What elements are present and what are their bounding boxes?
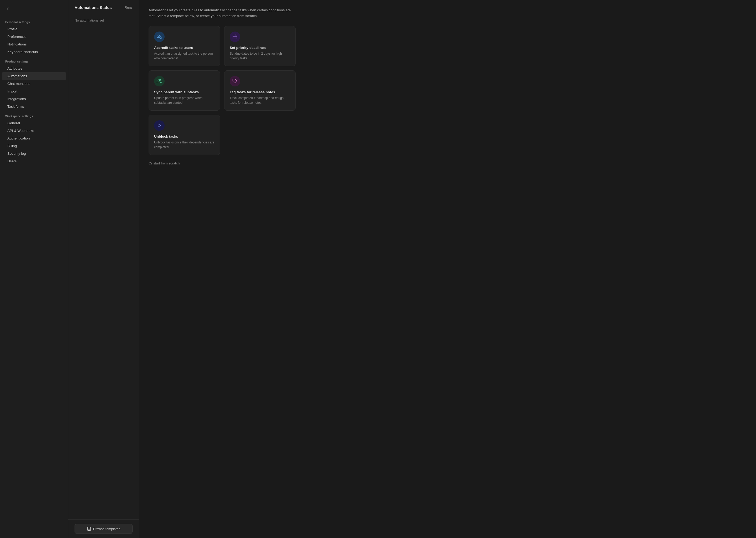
middle-content: No automations yet <box>68 13 139 519</box>
automations-title: Automations Status <box>74 5 112 10</box>
sidebar-item-profile[interactable]: Profile <box>2 25 66 33</box>
sidebar-item-preferences[interactable]: Preferences <box>2 33 66 40</box>
template-card-set-priority[interactable]: Set priority deadlines Set due dates to … <box>224 26 296 66</box>
sidebar-item-security-log[interactable]: Security log <box>2 150 66 157</box>
runs-link[interactable]: Runs <box>125 6 132 10</box>
svg-point-0 <box>158 35 160 37</box>
main-description: Automations let you create rules to auto… <box>149 7 296 19</box>
unblock-tasks-icon <box>154 120 165 131</box>
set-priority-title: Set priority deadlines <box>230 46 290 50</box>
tag-tasks-title: Tag tasks for release notes <box>230 90 290 94</box>
accredit-tasks-desc: Accredit an unassigned task to the perso… <box>154 51 214 61</box>
browse-label: Browse templates <box>93 527 120 531</box>
svg-rect-1 <box>233 35 237 39</box>
middle-footer: Browse templates <box>68 519 139 538</box>
no-automations-text: No automations yet <box>74 19 104 22</box>
sidebar-item-keyboard-shortcuts[interactable]: Keyboard shortcuts <box>2 48 66 56</box>
accredit-tasks-title: Accredit tasks to users <box>154 46 214 50</box>
set-priority-icon <box>230 31 240 42</box>
sidebar: Personal settings Profile Preferences No… <box>0 0 68 538</box>
template-card-accredit-tasks[interactable]: Accredit tasks to users Accredit an unas… <box>149 26 220 66</box>
personal-settings-label: Personal settings <box>0 16 68 25</box>
template-grid: Accredit tasks to users Accredit an unas… <box>149 26 296 155</box>
main-content: Automations let you create rules to auto… <box>139 0 756 538</box>
sidebar-item-attributes[interactable]: Attributes <box>2 65 66 72</box>
template-card-unblock-tasks[interactable]: Unblock tasks Unblock tasks once their d… <box>149 115 220 155</box>
sidebar-item-chat-mentions[interactable]: Chat mentions <box>2 80 66 87</box>
sidebar-item-users[interactable]: Users <box>2 157 66 165</box>
or-start-scratch[interactable]: Or start from scratch <box>149 161 296 165</box>
sidebar-item-task-forms[interactable]: Task forms <box>2 103 66 110</box>
sync-parent-desc: Update parent to In progress when subtas… <box>154 96 214 105</box>
sidebar-item-notifications[interactable]: Notifications <box>2 40 66 48</box>
unblock-tasks-title: Unblock tasks <box>154 134 214 138</box>
sidebar-item-authentication[interactable]: Authentication <box>2 134 66 142</box>
sync-parent-title: Sync parent with subtasks <box>154 90 214 94</box>
set-priority-desc: Set due dates to be in 2 days for high p… <box>230 51 290 61</box>
tag-tasks-icon <box>230 76 240 86</box>
book-icon <box>87 527 91 531</box>
svg-point-5 <box>158 79 160 81</box>
sidebar-item-automations[interactable]: Automations <box>2 72 66 80</box>
middle-header: Automations Status Runs <box>68 0 139 13</box>
unblock-tasks-desc: Unblock tasks once their dependencies ar… <box>154 140 214 149</box>
accredit-tasks-icon <box>154 31 165 42</box>
product-settings-label: Product settings <box>0 56 68 65</box>
middle-panel: Automations Status Runs No automations y… <box>68 0 139 538</box>
sidebar-item-integrations[interactable]: Integrations <box>2 95 66 103</box>
workspace-settings-label: Workspace settings <box>0 110 68 119</box>
tag-tasks-desc: Track completed #roadmap and #bugs tasks… <box>230 96 290 105</box>
sidebar-item-general[interactable]: General <box>2 119 66 127</box>
sidebar-item-import[interactable]: Import <box>2 87 66 95</box>
sidebar-item-api-webhooks[interactable]: API & Webhooks <box>2 127 66 134</box>
sidebar-item-billing[interactable]: Billing <box>2 142 66 150</box>
back-button[interactable] <box>0 4 68 16</box>
template-card-tag-tasks[interactable]: Tag tasks for release notes Track comple… <box>224 71 296 111</box>
sync-parent-icon <box>154 76 165 86</box>
template-card-sync-parent[interactable]: Sync parent with subtasks Update parent … <box>149 71 220 111</box>
browse-templates-button[interactable]: Browse templates <box>74 524 132 534</box>
